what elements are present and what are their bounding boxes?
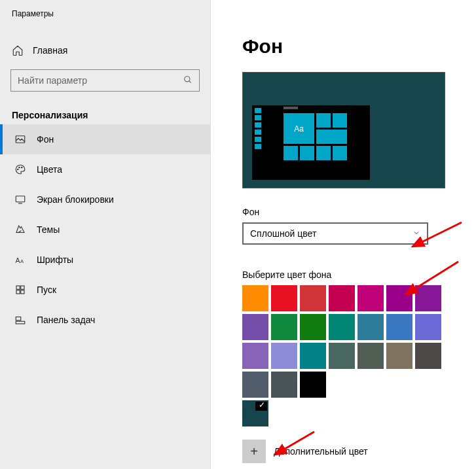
background-label: Фон <box>242 207 476 217</box>
color-swatch[interactable] <box>415 343 441 369</box>
color-swatch[interactable] <box>271 343 297 369</box>
color-swatch[interactable] <box>242 372 268 398</box>
color-swatch[interactable] <box>357 343 384 369</box>
color-swatch[interactable] <box>357 285 384 311</box>
home-nav[interactable]: Главная <box>0 38 210 63</box>
search-input[interactable]: Найти параметр <box>10 69 200 92</box>
nav-label: Экран блокировки <box>37 194 114 205</box>
nav-icon <box>14 224 26 235</box>
settings-sidebar: Параметры Главная Найти параметр Персона… <box>0 0 211 469</box>
color-swatch[interactable] <box>300 343 326 369</box>
color-swatch[interactable] <box>415 314 441 340</box>
svg-point-4 <box>19 167 20 168</box>
sidebar-item-2[interactable]: Экран блокировки <box>0 184 210 215</box>
svg-text:A: A <box>20 258 24 264</box>
nav-list: ФонЦветаЭкран блокировкиТемыAAШрифтыПуск… <box>0 124 210 335</box>
color-swatch[interactable] <box>300 285 326 311</box>
preview-sample-text: Aa <box>284 113 314 144</box>
color-swatch[interactable] <box>242 314 268 340</box>
svg-point-0 <box>185 76 190 81</box>
chevron-down-icon <box>412 228 420 239</box>
svg-rect-12 <box>16 290 20 294</box>
page-title: Фон <box>242 35 476 58</box>
svg-rect-10 <box>16 286 20 289</box>
color-swatch[interactable] <box>242 343 268 369</box>
color-swatch[interactable] <box>386 314 412 340</box>
search-icon <box>183 75 192 86</box>
svg-rect-14 <box>16 321 25 324</box>
nav-label: Шрифты <box>37 254 73 265</box>
svg-rect-6 <box>16 196 25 202</box>
color-swatch[interactable] <box>329 314 355 340</box>
color-swatch[interactable] <box>271 372 297 398</box>
color-swatch[interactable] <box>357 314 384 340</box>
home-icon <box>12 44 24 56</box>
svg-text:A: A <box>16 256 20 264</box>
nav-icon <box>14 133 26 145</box>
color-swatch[interactable] <box>300 314 326 340</box>
nav-label: Фон <box>37 134 54 145</box>
svg-rect-11 <box>21 286 24 289</box>
svg-line-1 <box>189 80 191 82</box>
color-swatch-selected[interactable] <box>242 400 268 426</box>
color-swatch[interactable] <box>329 285 355 311</box>
plus-icon: + <box>242 440 266 463</box>
background-dropdown[interactable]: Сплошной цвет <box>242 222 428 245</box>
nav-label: Цвета <box>37 164 62 175</box>
home-label: Главная <box>33 45 67 56</box>
nav-label: Пуск <box>37 285 56 295</box>
svg-point-5 <box>22 167 23 168</box>
color-grid <box>242 285 444 398</box>
color-swatch[interactable] <box>329 343 355 369</box>
svg-rect-15 <box>16 317 21 321</box>
nav-icon <box>14 164 26 175</box>
nav-icon <box>14 284 26 296</box>
search-placeholder: Найти параметр <box>18 75 87 86</box>
nav-icon <box>14 194 26 205</box>
section-label: Персонализация <box>0 98 210 124</box>
sidebar-item-3[interactable]: Темы <box>0 215 210 245</box>
desktop-preview: Aa <box>242 72 445 188</box>
nav-label: Панель задач <box>37 315 95 325</box>
nav-icon <box>14 314 26 326</box>
sidebar-item-6[interactable]: Панель задач <box>0 305 210 335</box>
sidebar-item-1[interactable]: Цвета <box>0 154 210 184</box>
main-content: Фон Aa <box>211 0 476 469</box>
color-swatch[interactable] <box>271 285 297 311</box>
sidebar-item-5[interactable]: Пуск <box>0 275 210 305</box>
color-swatch[interactable] <box>386 343 412 369</box>
dropdown-value: Сплошной цвет <box>250 228 316 239</box>
custom-color-button[interactable]: + Дополнительный цвет <box>242 440 476 463</box>
choose-color-label: Выберите цвет фона <box>242 269 476 280</box>
sidebar-item-0[interactable]: Фон <box>0 124 210 154</box>
nav-icon: AA <box>14 254 26 266</box>
svg-point-3 <box>18 169 19 170</box>
app-title: Параметры <box>0 0 210 25</box>
color-swatch[interactable] <box>386 285 412 311</box>
sidebar-item-4[interactable]: AAШрифты <box>0 245 210 275</box>
svg-rect-13 <box>21 290 24 294</box>
color-swatch[interactable] <box>300 372 326 398</box>
nav-label: Темы <box>37 224 60 235</box>
color-swatch[interactable] <box>271 314 297 340</box>
custom-color-label: Дополнительный цвет <box>274 446 368 457</box>
color-swatch[interactable] <box>242 285 268 311</box>
color-swatch[interactable] <box>415 285 441 311</box>
